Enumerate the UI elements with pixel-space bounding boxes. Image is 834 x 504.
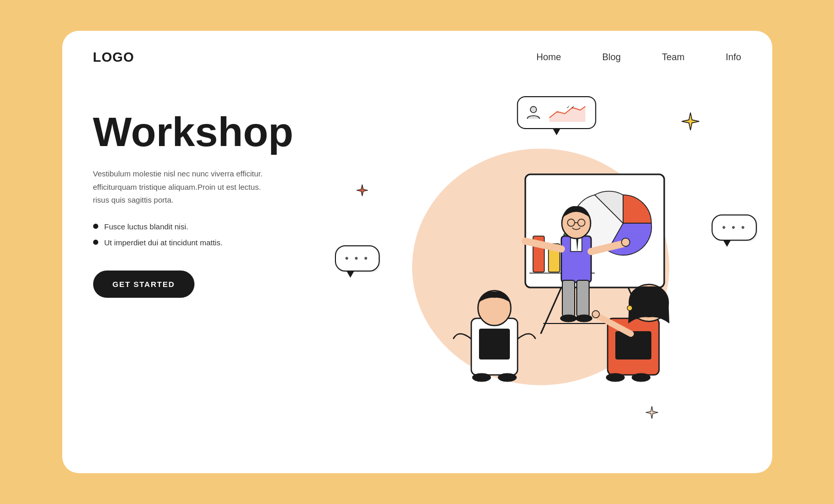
svg-point-0 <box>530 106 536 113</box>
bullet-item-1: Fusce luctus blandit nisi. <box>93 222 340 231</box>
nav-blog[interactable]: Blog <box>602 52 620 63</box>
svg-point-35 <box>606 373 625 382</box>
nav-home[interactable]: Home <box>536 52 561 63</box>
popup-mini-chart: ✓ ✓ <box>546 102 588 123</box>
nav-team[interactable]: Team <box>662 52 684 63</box>
chat-bubble-right: • • • <box>712 214 756 241</box>
bullet-item-2: Ut imperdiet dui at tincidunt mattis. <box>93 238 340 247</box>
left-side: Workshop Vestibulum molestie nisl nec nu… <box>93 81 340 453</box>
bullet-dot-1 <box>93 224 98 229</box>
page-description: Vestibulum molestie nisl nec nunc viverr… <box>93 167 278 207</box>
svg-point-36 <box>632 373 650 382</box>
bullet-text-2: Ut imperdiet dui at tincidunt mattis. <box>104 238 223 247</box>
svg-point-19 <box>622 238 630 246</box>
svg-point-30 <box>627 305 632 311</box>
star-yellow-icon <box>681 112 700 133</box>
svg-point-33 <box>472 373 491 382</box>
logo: LOGO <box>93 49 135 65</box>
navbar: LOGO Home Blog Team Info <box>62 31 772 76</box>
info-popup: ✓ ✓ <box>517 96 596 129</box>
main-card: LOGO Home Blog Team Info Workshop Vestib… <box>62 31 772 473</box>
nav-info[interactable]: Info <box>725 52 741 63</box>
svg-point-34 <box>498 373 517 382</box>
main-content: Workshop Vestibulum molestie nisl nec nu… <box>62 76 772 473</box>
svg-point-38 <box>576 315 592 322</box>
bullet-list: Fusce luctus blandit nisi. Ut imperdiet … <box>93 222 340 247</box>
svg-rect-16 <box>577 280 589 316</box>
bullet-text-1: Fusce luctus blandit nisi. <box>104 222 188 231</box>
bullet-dot-2 <box>93 240 98 245</box>
nav-links: Home Blog Team Info <box>536 52 741 63</box>
svg-point-37 <box>560 315 577 322</box>
star-red-icon <box>356 184 369 199</box>
svg-point-32 <box>592 311 599 318</box>
svg-rect-15 <box>562 280 575 316</box>
svg-rect-25 <box>479 329 510 359</box>
chat-dots-right: • • • <box>722 222 746 233</box>
chat-dots-left: • • • <box>345 253 369 264</box>
cta-button[interactable]: GET STARTED <box>93 271 194 298</box>
svg-line-4 <box>541 287 561 334</box>
right-side: • • • • • • ✓ ✓ <box>340 81 741 453</box>
profile-icon <box>525 104 541 121</box>
page-title: Workshop <box>93 112 340 153</box>
chat-bubble-left: • • • <box>335 245 380 272</box>
star-peach-icon <box>645 405 659 422</box>
svg-text:✓ ✓: ✓ ✓ <box>566 105 574 110</box>
workshop-illustration <box>392 133 690 411</box>
